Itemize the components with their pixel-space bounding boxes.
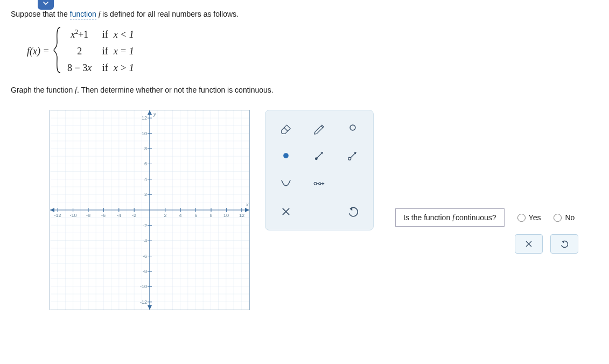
- open-segment-icon: [312, 177, 326, 191]
- close-icon: [524, 239, 534, 249]
- undo-tool[interactable]: [342, 201, 363, 222]
- parabola-tool[interactable]: [275, 173, 297, 194]
- svg-text:-10: -10: [69, 213, 76, 218]
- svg-point-105: [283, 153, 289, 158]
- question-text: Is the function: [403, 213, 450, 222]
- case-row-1: x2+1 if x < 1: [65, 29, 134, 40]
- radio-yes[interactable]: Yes: [517, 213, 541, 222]
- piecewise-definition: f(x) = x2+1 if x < 1 2 if x = 1 8 − 3x i…: [27, 26, 598, 76]
- case-expr: 2: [65, 46, 95, 57]
- function-link[interactable]: function: [70, 10, 96, 19]
- svg-text:-10: -10: [140, 284, 147, 289]
- continuity-question: Is the function f continuous?: [395, 208, 505, 227]
- brace-wrapper: x2+1 if x < 1 2 if x = 1 8 − 3x if x > 1: [53, 26, 134, 76]
- close-icon: [279, 205, 293, 219]
- question-suffix: continuous?: [456, 213, 496, 222]
- graph-canvas[interactable]: -12 -10 -8 -6 -4 -2 2 4 6 8 10 12 12 10 …: [50, 110, 250, 310]
- left-brace-icon: [53, 26, 62, 74]
- svg-line-103: [321, 126, 323, 128]
- svg-text:2: 2: [144, 192, 147, 197]
- case-row-2: 2 if x = 1: [65, 46, 134, 57]
- y-axis-label: y: [153, 111, 156, 117]
- svg-marker-52: [148, 110, 152, 115]
- radio-icon: [517, 214, 526, 222]
- case-expr: 8 − 3x: [65, 62, 95, 74]
- coordinate-grid: -12 -10 -8 -6 -4 -2 2 4 6 8 10 12 12 10 …: [50, 110, 249, 310]
- open-point-icon: [346, 121, 360, 135]
- instruction-mid: . Then determine whether or not the func…: [77, 86, 274, 94]
- svg-point-104: [350, 125, 355, 130]
- svg-text:6: 6: [194, 213, 197, 218]
- case-if: if: [102, 62, 108, 74]
- svg-line-102: [284, 128, 288, 131]
- radio-icon: [554, 214, 562, 222]
- svg-point-115: [319, 183, 321, 185]
- svg-text:4: 4: [179, 213, 181, 218]
- radio-no[interactable]: No: [554, 213, 575, 222]
- svg-point-108: [315, 157, 318, 160]
- collapse-chevron[interactable]: [38, 0, 54, 10]
- svg-text:-2: -2: [143, 223, 147, 228]
- pencil-tool[interactable]: [309, 117, 330, 138]
- case-row-3: 8 − 3x if x > 1: [65, 62, 134, 74]
- svg-text:-8: -8: [86, 213, 90, 218]
- case-cond: x > 1: [114, 62, 134, 74]
- ray-open-icon: [346, 149, 360, 163]
- case-if: if: [102, 29, 108, 40]
- svg-text:4: 4: [144, 177, 147, 182]
- svg-text:-8: -8: [143, 269, 147, 274]
- pencil-icon: [312, 121, 326, 135]
- function-name: f: [99, 10, 102, 18]
- ray-closed-icon: [312, 149, 326, 163]
- clear-tool[interactable]: [275, 201, 297, 222]
- svg-text:10: 10: [142, 131, 147, 136]
- svg-text:-6: -6: [143, 254, 147, 259]
- svg-text:2: 2: [164, 213, 166, 218]
- svg-text:12: 12: [239, 213, 244, 218]
- undo-icon: [559, 239, 569, 249]
- eraser-tool[interactable]: [275, 117, 297, 138]
- open-segment-tool[interactable]: [309, 173, 330, 194]
- eraser-icon: [279, 121, 293, 135]
- svg-text:10: 10: [223, 213, 229, 218]
- svg-text:-4: -4: [117, 213, 121, 218]
- case-if: if: [102, 46, 108, 57]
- svg-marker-51: [50, 208, 54, 212]
- chevron-down-icon: [41, 0, 50, 8]
- svg-text:-12: -12: [140, 299, 147, 305]
- case-expr: x2+1: [65, 29, 95, 40]
- intro-suffix: is defined for all real numbers as follo…: [102, 10, 239, 18]
- spacer2: [309, 201, 330, 222]
- svg-point-114: [314, 183, 317, 185]
- svg-point-111: [348, 157, 351, 160]
- question-panel: Is the function f continuous? Yes No: [395, 110, 578, 331]
- parabola-icon: [279, 177, 293, 191]
- closed-point-tool[interactable]: [275, 145, 297, 166]
- instruction: Graph the function f. Then determine whe…: [11, 86, 598, 95]
- open-point-tool[interactable]: [342, 117, 363, 138]
- reset-answer-button[interactable]: [550, 234, 578, 254]
- svg-text:8: 8: [144, 146, 147, 151]
- svg-marker-50: [245, 208, 249, 212]
- definition-lhs: f(x) =: [27, 46, 50, 57]
- instruction-pre: Graph the function: [11, 86, 75, 94]
- undo-icon: [346, 205, 360, 219]
- svg-text:-4: -4: [143, 238, 147, 243]
- drawing-toolbar: [265, 110, 374, 230]
- case-cond: x = 1: [114, 46, 134, 57]
- intro-prefix: Suppose that the: [11, 10, 70, 18]
- clear-answer-button[interactable]: [515, 234, 543, 254]
- function-name: f: [452, 213, 454, 222]
- svg-text:-6: -6: [101, 213, 106, 218]
- x-axis-label: x: [246, 202, 249, 207]
- ray-open-tool[interactable]: [342, 145, 363, 166]
- radio-no-label: No: [565, 213, 575, 222]
- spacer: [342, 173, 363, 194]
- radio-yes-label: Yes: [529, 213, 541, 222]
- problem-intro: Suppose that the function f is defined f…: [11, 10, 598, 19]
- svg-marker-53: [148, 305, 152, 310]
- cases: x2+1 if x < 1 2 if x = 1 8 − 3x if x > 1: [62, 26, 134, 76]
- svg-text:12: 12: [142, 115, 147, 121]
- ray-closed-tool[interactable]: [309, 145, 330, 166]
- svg-marker-113: [323, 183, 325, 185]
